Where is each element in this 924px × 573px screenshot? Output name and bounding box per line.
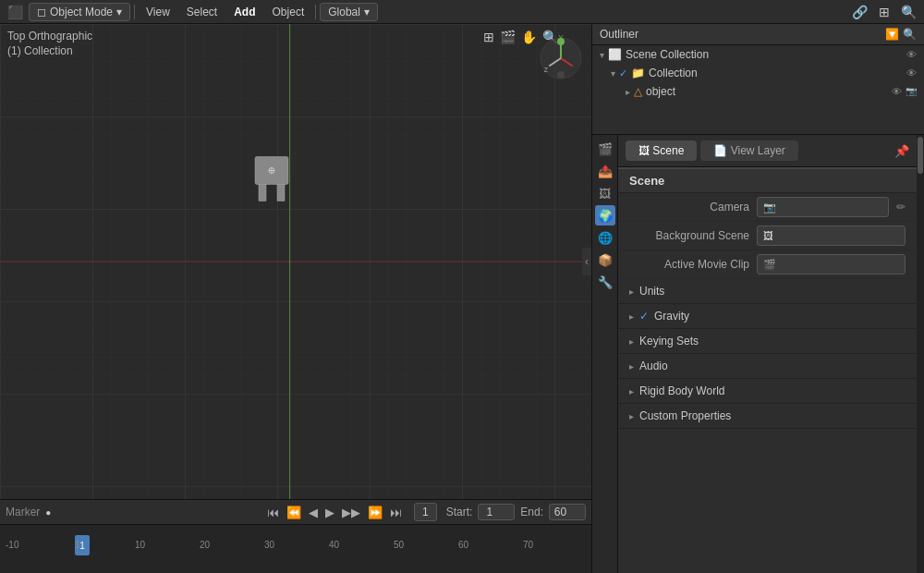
marker-label: Marker	[6, 506, 40, 518]
editor-type-icon[interactable]: ⬛	[4, 3, 27, 21]
scene-coll-arrow: ▾	[600, 50, 604, 60]
movie-clip-icon-sm: 🎬	[763, 259, 776, 271]
svg-rect-15	[259, 184, 266, 201]
next-keyframe-btn[interactable]: ⏩	[365, 505, 385, 520]
mode-selector[interactable]: ◻ Object Mode ▾	[29, 3, 130, 21]
coll-icon: 📁	[631, 67, 645, 79]
svg-text:Y: Y	[558, 35, 564, 42]
camera-edit-icon[interactable]: ✏	[896, 201, 906, 213]
gravity-collapse-header[interactable]: ▸ ✓ Gravity	[618, 304, 917, 328]
view-layer-tab-label: View Layer	[731, 144, 785, 157]
scene-props-btn[interactable]: 🌍	[595, 205, 615, 226]
movie-clip-label: Active Movie Clip	[629, 258, 749, 271]
link-icon[interactable]: 🔗	[848, 3, 871, 21]
viewport-mode-label: Top Orthographic	[7, 30, 92, 43]
rigid-body-world-section: ▸ Rigid Body World	[618, 379, 917, 404]
menu-view[interactable]: View	[139, 4, 177, 20]
render-props-btn[interactable]: 🎬	[595, 139, 615, 159]
tab-scene[interactable]: 🖼 Scene	[626, 140, 697, 161]
prev-frame-btn[interactable]: ◀	[306, 505, 321, 520]
gravity-check[interactable]: ✓	[639, 310, 649, 323]
outliner-item-collection[interactable]: ▾ ✓ 📁 Collection 👁	[592, 64, 924, 82]
camera-row: Camera 📷 ✏	[618, 193, 917, 222]
rigid-body-world-collapse-header[interactable]: ▸ Rigid Body World	[618, 379, 917, 403]
global-label: Global	[328, 6, 360, 18]
world-props-btn[interactable]: 🌐	[595, 227, 615, 248]
mesh-display-icon[interactable]: ⊞	[483, 30, 494, 44]
mode-arrow: ▾	[116, 6, 122, 18]
properties-layout: 🎬 📤 🖼 🌍 🌐 📦 🔧 🖼 Scene	[592, 135, 924, 573]
start-label: Start:	[446, 506, 473, 518]
viewport-canvas[interactable]: Top Orthographic (1) Collection ⊞ 🎬 ✋ 🔍	[0, 24, 591, 499]
modifier-props-btn[interactable]: 🔧	[595, 272, 615, 292]
object-props-btn[interactable]: 📦	[595, 250, 615, 270]
playback-controls: ⏮ ⏪ ◀ ▶ ▶▶ ⏩ ⏭	[264, 505, 405, 520]
viewport-object	[244, 152, 299, 228]
eye-icon-0[interactable]: 👁	[906, 49, 917, 60]
next-frame-btn[interactable]: ▶▶	[339, 505, 363, 520]
properties-tabs: 🖼 Scene 📄 View Layer 📌	[618, 135, 917, 167]
rigid-body-world-label: Rigid Body World	[639, 384, 724, 397]
search-icon[interactable]: 🔍	[897, 3, 920, 21]
audio-collapse-header[interactable]: ▸ Audio	[618, 354, 917, 378]
jump-end-btn[interactable]: ⏭	[387, 505, 405, 520]
obj-label: object	[646, 85, 675, 98]
properties-scrollbar[interactable]	[917, 135, 924, 573]
top-menubar: ⬛ ◻ Object Mode ▾ View Select Add Object…	[0, 0, 924, 24]
units-collapse-header[interactable]: ▸ Units	[618, 279, 917, 303]
menu-select[interactable]: Select	[179, 4, 225, 20]
outliner-item-object[interactable]: ▸ △ object 👁 📷	[592, 82, 924, 101]
background-scene-row: Background Scene 🖼	[618, 222, 917, 250]
filter-icon[interactable]: 🔽	[885, 28, 899, 41]
current-frame: 1	[414, 503, 437, 521]
gravity-label: Gravity	[654, 310, 689, 323]
play-btn[interactable]: ▶	[322, 505, 337, 520]
camera-view-icon[interactable]: 🎬	[500, 30, 516, 44]
jump-start-btn[interactable]: ⏮	[264, 505, 282, 520]
panel-collapse-button[interactable]: ‹	[582, 248, 591, 275]
menu-add[interactable]: Add	[226, 4, 262, 20]
bg-scene-value[interactable]: 🖼	[757, 226, 906, 246]
viewport-vis-icon[interactable]: 👁	[892, 86, 902, 97]
ruler-track: 1 -10 1 10 20 30 40 50 60 70	[6, 535, 586, 563]
custom-properties-section: ▸ Custom Properties	[618, 404, 917, 429]
ruler-mark-50: 50	[394, 540, 404, 550]
movie-clip-value[interactable]: 🎬	[757, 254, 906, 274]
render-vis-icon[interactable]: 📷	[906, 86, 917, 97]
outliner-title: Outliner	[600, 28, 638, 41]
scrollbar-thumb[interactable]	[918, 137, 923, 174]
outliner-item-scene-collection[interactable]: ▾ ⬜ Scene Collection 👁	[592, 45, 924, 64]
keying-sets-section: ▸ Keying Sets	[618, 329, 917, 354]
transform-orientation[interactable]: Global ▾	[320, 3, 378, 21]
svg-point-9	[572, 65, 579, 72]
end-frame-input[interactable]	[549, 504, 586, 520]
view-layer-props-btn[interactable]: 🖼	[595, 183, 615, 203]
start-frame-input[interactable]	[478, 504, 515, 520]
timeline-area: Marker ● ⏮ ⏪ ◀ ▶ ▶▶ ⏩ ⏭ 1 Start: End:	[0, 499, 591, 573]
properties-icon-bar: 🎬 📤 🖼 🌍 🌐 📦 🔧	[592, 135, 618, 573]
eye-icon-1[interactable]: 👁	[906, 67, 917, 79]
ruler-mark-neg10: -10	[6, 540, 18, 550]
ruler-mark-70: 70	[523, 540, 533, 550]
output-props-btn[interactable]: 📤	[595, 161, 615, 181]
camera-value[interactable]: 📷	[757, 197, 889, 217]
keying-sets-collapse-header[interactable]: ▸ Keying Sets	[618, 329, 917, 353]
viewport-collection-label: (1) Collection	[7, 44, 92, 57]
ruler-mark-30: 30	[264, 540, 274, 550]
units-section: ▸ Units	[618, 279, 917, 304]
marker-dot: ●	[45, 507, 51, 518]
timeline-ruler[interactable]: 1 -10 1 10 20 30 40 50 60 70	[0, 525, 591, 573]
pin-icon[interactable]: 📌	[894, 144, 909, 158]
viewport-grid	[0, 24, 591, 499]
units-arrow: ▸	[629, 286, 634, 297]
custom-properties-collapse-header[interactable]: ▸ Custom Properties	[618, 404, 917, 428]
keying-sets-arrow: ▸	[629, 336, 634, 347]
overlay-icon[interactable]: ⊞	[875, 3, 894, 21]
tab-view-layer[interactable]: 📄 View Layer	[700, 140, 798, 161]
frame-num-display: 1	[79, 541, 85, 551]
pan-icon[interactable]: ✋	[521, 30, 537, 44]
search-outline-icon[interactable]: 🔍	[903, 28, 917, 41]
menu-object[interactable]: Object	[265, 4, 312, 20]
viewport-area: Top Orthographic (1) Collection ⊞ 🎬 ✋ 🔍	[0, 24, 591, 573]
prev-keyframe-btn[interactable]: ⏪	[284, 505, 304, 520]
